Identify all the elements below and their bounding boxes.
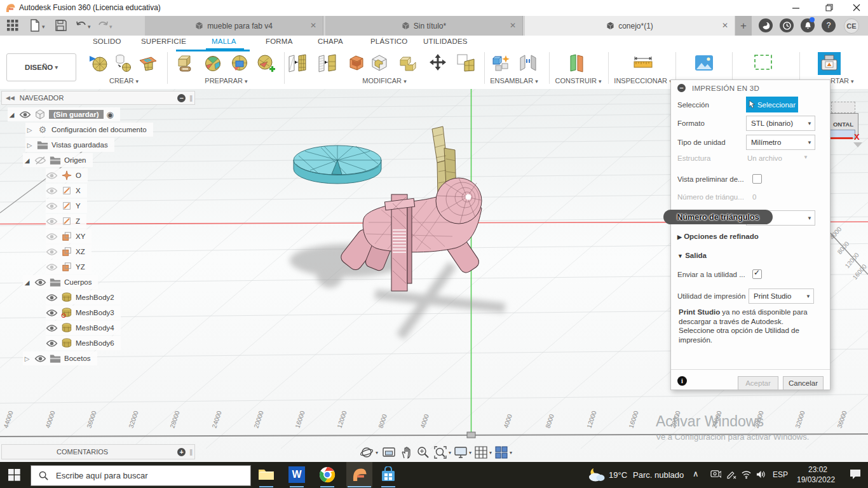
ribbon-tab-utilidades[interactable]: UTILIDADES [423,37,468,45]
delete-faces-icon[interactable] [456,53,475,72]
visibility-eye-icon[interactable] [46,202,58,210]
create-face-group-icon[interactable] [257,53,276,72]
taskbar-search[interactable] [31,465,251,486]
action-center-icon[interactable] [849,468,862,480]
comments-bar[interactable]: COMENTARIOS + || [1,444,195,459]
account-avatar[interactable]: CE [844,18,859,34]
file-explorer-icon[interactable] [258,466,275,483]
visibility-eye-icon[interactable] [34,278,46,287]
visibility-eye-icon[interactable] [46,324,58,332]
visibility-eye-icon[interactable] [46,339,58,348]
word-icon[interactable]: W [288,466,305,483]
send-utility-checkbox[interactable] [752,269,762,279]
tree-label[interactable]: MeshBody6 [76,339,114,347]
visibility-eye-icon[interactable] [19,111,31,119]
visibility-eye-icon[interactable] [46,187,58,195]
info-icon[interactable]: i [677,376,687,386]
app-grid-icon[interactable] [6,19,19,32]
ribbon-tab-malla[interactable]: MALLA [212,37,236,45]
navigator-minus-icon[interactable]: – [177,94,186,102]
tree-item-plane-xy[interactable]: XY [46,229,92,243]
tree-item-axis-x[interactable]: X [46,184,87,198]
microsoft-store-icon[interactable] [380,466,397,483]
grid-snap-icon[interactable] [474,445,488,459]
construct-plane-icon[interactable] [567,53,587,72]
pen-input-icon[interactable] [726,470,737,479]
format-dropdown[interactable]: STL (binario)▼ [746,116,815,131]
viewcube-fragment-top[interactable] [831,102,855,113]
tree-item-plane-yz[interactable]: YZ [46,260,92,274]
navigator-header[interactable]: ◀◀ NAVEGADOR – || [1,91,195,105]
help-icon[interactable]: ? [822,18,836,32]
ribbon-tab-chapa[interactable]: CHAPA [318,37,343,45]
expander-open-icon[interactable]: ◢ [23,157,31,164]
start-button-icon[interactable] [8,469,20,481]
group-label-preparar[interactable]: PREPARAR ▾ [191,77,262,85]
insert-mesh-icon[interactable] [89,53,108,72]
face-groups-icon[interactable] [203,53,222,72]
tree-label[interactable]: Configuración del documento [51,126,147,133]
tree-label[interactable]: Bocetos [64,355,91,362]
tree-label[interactable]: XY [76,233,85,240]
section-refine-options[interactable]: ▶ Opciones de refinado [677,233,759,240]
ribbon-tab-plastico[interactable]: PLÁSTICO [370,37,407,45]
preview-checkbox[interactable] [752,174,762,184]
undo-icon[interactable] [75,19,88,32]
tessellate-icon[interactable] [139,53,158,72]
display-settings-icon[interactable] [454,445,468,459]
visibility-eye-off-icon[interactable] [34,156,46,165]
root-label[interactable]: (Sin guardar) [49,110,104,119]
clock-date[interactable]: 19/03/2022 [797,475,835,484]
tree-label[interactable]: MeshBody2 [76,294,114,301]
cancel-button[interactable]: Cancelar [783,376,824,390]
collapse-panel-icon[interactable]: ◀◀ [6,95,15,101]
navigator-grip[interactable]: || [189,94,192,102]
generate-faces-icon[interactable] [177,53,196,72]
ribbon-tab-solido[interactable]: SOLIDO [93,37,121,45]
expander-open-icon[interactable]: ◢ [23,279,31,286]
paint-face-group-icon[interactable] [230,53,249,72]
tree-item-meshbody3[interactable]: MeshBody3 [46,306,121,320]
restore-button[interactable] [820,2,839,13]
visibility-eye-icon[interactable] [46,248,58,256]
new-file-icon[interactable] [29,19,41,32]
tab-mueble-para-fab[interactable]: mueble para fab v4 ✕ [145,16,323,36]
activate-radio-icon[interactable]: ◉ [107,110,114,119]
tree-label[interactable]: O [76,172,81,179]
look-at-icon[interactable] [382,445,396,459]
expander-closed-icon[interactable]: ▷ [25,126,34,133]
tab-sin-titulo[interactable]: Sin título* ✕ [325,16,523,36]
visibility-eye-icon[interactable] [46,217,58,226]
viewports-caret[interactable]: ▾ [510,450,512,456]
tab-close-icon[interactable]: ✕ [310,21,316,30]
tree-item-plane-xz[interactable]: XZ [46,245,92,259]
meet-now-icon[interactable] [710,470,721,479]
unit-dropdown[interactable]: Milímetro▼ [746,135,815,150]
expander-closed-icon[interactable]: ▷ [23,355,31,362]
zoom-icon[interactable] [416,445,430,459]
tree-label[interactable]: Vistas guardadas [51,141,108,149]
combine-icon[interactable] [398,53,417,72]
weather-icon[interactable] [586,467,605,482]
print-utility-dropdown[interactable]: Print Studio▼ [749,288,814,304]
design-menu-button[interactable]: DISEÑO ▾ [6,53,76,81]
extensions-icon[interactable] [759,18,773,32]
visibility-eye-icon[interactable] [46,233,58,241]
tree-item-axis-y[interactable]: Y [46,199,87,213]
print-3d-active-tool[interactable] [818,52,841,75]
tray-chevron-icon[interactable]: ∧ [693,469,699,478]
job-status-icon[interactable] [780,18,794,32]
viewcube-arrow-down[interactable] [853,142,862,147]
clock-time[interactable]: 23:02 [808,465,827,474]
measure-icon[interactable] [633,53,653,72]
insert-canvas-icon[interactable] [695,53,714,72]
tree-label[interactable]: Cuerpos [64,278,92,286]
weather-temp[interactable]: 19°C [609,470,627,480]
tree-item-meshbody2[interactable]: MeshBody2 [46,290,121,304]
new-file-caret[interactable]: ▾ [42,24,45,30]
viewports-icon[interactable] [494,445,508,459]
redo-icon[interactable] [97,19,109,32]
tab-conejo[interactable]: conejo*(1) ✕ [525,16,735,36]
tree-item-document-settings[interactable]: ▷ ⚙ Configuración del documento [25,123,153,137]
search-input[interactable] [55,470,235,481]
